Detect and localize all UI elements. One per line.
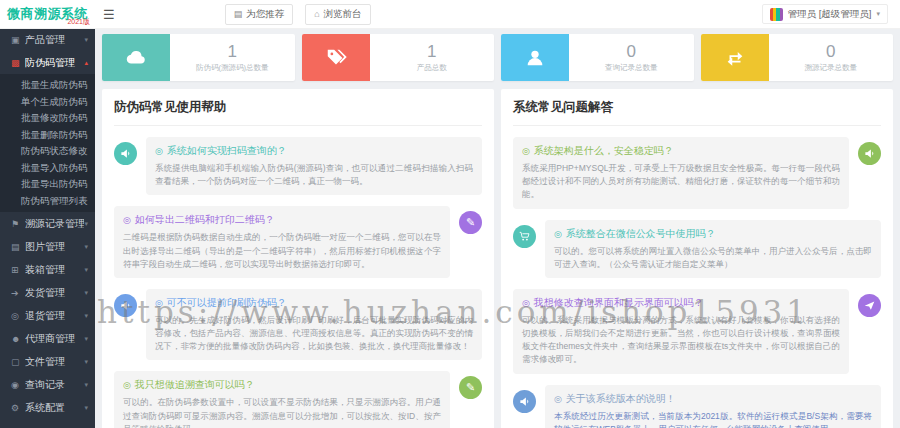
answer-text: 系统采用PHP+MYSQL开发，可承受上千万级数据且安全性极高。每一行每一段代码… <box>522 162 840 202</box>
submenu-item-single-generate[interactable]: 单个生成防伪码 <box>0 94 95 111</box>
qa-box: ◎系统架构是什么，安全稳定吗？ 系统采用PHP+MYSQL开发，可承受上千万级数… <box>513 137 849 209</box>
circle-dot-icon: ◎ <box>522 298 530 308</box>
submenu-item-code-list[interactable]: 防伪码管理列表 <box>0 193 95 210</box>
tags-icon <box>302 34 370 81</box>
answer-text: 系统提供电脑端和手机端输入防伪码(溯源码)查询，也可以通过二维码扫描输入扫码查看… <box>155 162 473 188</box>
stat-label: 产品总数 <box>417 63 447 73</box>
question-text: 关于该系统版本的说明！ <box>566 392 676 406</box>
submenu-item-status-modify[interactable]: 防伪码状态修改 <box>0 143 95 160</box>
top-nav: ▤ 为您推荐 ⌂ 浏览前台 <box>225 4 371 25</box>
chevron-down-icon: ▾ <box>84 381 88 389</box>
qa-item: ✎ ◎我只想做追溯查询可以吗？ 可以的。在防伪码参数设置中，可以设置不显示防伪结… <box>114 371 482 428</box>
query-icon: ◉ <box>11 380 25 390</box>
sidebar-item-return[interactable]: ◎ 退货管理 ▾ <box>0 304 95 327</box>
chevron-down-icon: ▾ <box>84 220 88 228</box>
recommend-label: 为您推荐 <box>246 8 284 21</box>
stat-label: 溯源记录总数量 <box>805 63 858 73</box>
megaphone-icon <box>513 390 536 413</box>
chevron-down-icon: ▾ <box>84 243 88 251</box>
paper-plane-icon <box>858 294 881 317</box>
circle-dot-icon: ◎ <box>554 229 562 239</box>
circle-dot-icon: ◎ <box>155 146 163 156</box>
sidebar-item-packing[interactable]: ⊞ 装箱管理 ▾ <box>0 258 95 281</box>
view-frontend-label: 浏览前台 <box>324 8 362 21</box>
sidebar-item-label: 溯源记录管理 <box>25 217 84 231</box>
sidebar-item-label: 代理商管理 <box>25 332 84 346</box>
chevron-down-icon: ▾ <box>84 404 88 412</box>
hamburger-icon[interactable]: ☰ <box>103 7 115 22</box>
chevron-down-icon: ▾ <box>84 312 88 320</box>
sidebar-item-agent[interactable]: ☻ 代理商管理 ▾ <box>0 327 95 350</box>
cart-icon <box>513 225 536 248</box>
stat-value: 1 <box>228 43 237 60</box>
submenu-item-batch-modify[interactable]: 批量修改防伪码 <box>0 110 95 127</box>
chevron-down-icon: ▾ <box>84 289 88 297</box>
product-icon: ▣ <box>11 35 25 45</box>
view-frontend-button[interactable]: ⌂ 浏览前台 <box>305 4 370 25</box>
qa-box: ◎关于该系统版本的说明！ 本系统经过历次更新测试，当前版本为2021版。软件的运… <box>545 385 881 428</box>
refresh-icon <box>701 34 769 81</box>
qa-item: ◎系统架构是什么，安全稳定吗？ 系统采用PHP+MYSQL开发，可承受上千万级数… <box>513 137 881 209</box>
user-menu[interactable]: 管理员 [超级管理员] ▾ <box>762 4 888 24</box>
circle-dot-icon: ◎ <box>155 298 163 308</box>
answer-text: 可以的。先生成好防伪码，然后设计印刷厂印刷好，后台可批量实现防伪码对应的内容修改… <box>155 314 473 354</box>
qa-box: ◎系统整合在微信公众号中使用吗？ 可以的。您可以将系统的网址置入微信公众号的菜单… <box>545 220 881 278</box>
question-text: 可不可以提前印刷防伪码？ <box>167 296 287 310</box>
question-text: 如何导出二维码和打印二维码？ <box>135 213 275 227</box>
anticode-icon: ▩ <box>11 58 25 68</box>
submenu-item-batch-import[interactable]: 批量导入防伪码 <box>0 160 95 177</box>
image-icon: ▤ <box>11 242 25 252</box>
recommend-button[interactable]: ▤ 为您推荐 <box>225 4 294 25</box>
megaphone-icon <box>858 142 881 165</box>
sidebar-item-label: 退货管理 <box>25 309 84 323</box>
qa-item: ✎ ◎如何导出二维码和打印二维码？ 二维码是根据防伪码数据自动生成的，一个防伪码… <box>114 206 482 278</box>
sidebar-item-image[interactable]: ▤ 图片管理 ▾ <box>0 235 95 258</box>
pencil-icon: ✎ <box>459 211 482 234</box>
home-icon: ⌂ <box>314 9 319 19</box>
circle-dot-icon: ◎ <box>522 146 530 156</box>
main-content: 1 防伪码(溯源码)总数量 1 产品总数 0 查询记录总数量 <box>95 28 900 428</box>
version-badge: 2021版 <box>67 17 90 27</box>
avatar <box>770 8 783 21</box>
sidebar-item-label: 防伪码管理 <box>25 56 84 70</box>
answer-text: 可以的。系统采用数据与模板分离的方式，系统默认有好几套模板，你可以有选择的切换模… <box>522 314 840 367</box>
question-text: 系统整合在微信公众号中使用吗？ <box>566 227 716 241</box>
user-icon <box>501 34 569 81</box>
submenu-item-batch-delete[interactable]: 批量删除防伪码 <box>0 127 95 144</box>
chevron-down-icon: ▾ <box>84 335 88 343</box>
circle-dot-icon: ◎ <box>554 394 562 404</box>
config-icon: ⚙ <box>11 403 25 413</box>
sidebar-item-query[interactable]: ◉ 查询记录 ▾ <box>0 373 95 396</box>
megaphone-icon <box>114 142 137 165</box>
anticode-submenu: 批量生成防伪码 单个生成防伪码 批量修改防伪码 批量删除防伪码 防伪码状态修改 … <box>0 74 95 212</box>
qa-item: ◎系统如何实现扫码查询的？ 系统提供电脑端和手机端输入防伪码(溯源码)查询，也可… <box>114 137 482 195</box>
faq-panel: 系统常见问题解答 ◎系统架构是什么，安全稳定吗？ 系统采用PHP+MYSQL开发… <box>501 89 893 428</box>
stat-card-queries: 0 查询记录总数量 <box>501 34 694 81</box>
sidebar-item-product[interactable]: ▣ 产品管理 ▾ <box>0 28 95 51</box>
panel-title: 系统常见问题解答 <box>513 99 881 126</box>
chevron-up-icon: ▴ <box>84 59 88 67</box>
circle-dot-icon: ◎ <box>123 215 131 225</box>
chevron-down-icon: ▾ <box>84 266 88 274</box>
sidebar-item-shipping[interactable]: ➔ 发货管理 ▾ <box>0 281 95 304</box>
sidebar-item-config[interactable]: ⚙ 系统配置 ▾ <box>0 396 95 419</box>
qa-box: ◎系统如何实现扫码查询的？ 系统提供电脑端和手机端输入防伪码(溯源码)查询，也可… <box>146 137 482 195</box>
submenu-item-batch-export[interactable]: 批量导出防伪码 <box>0 176 95 193</box>
trace-record-icon: ⚑ <box>11 219 25 229</box>
sidebar-item-trace-record[interactable]: ⚑ 溯源记录管理 ▾ <box>0 212 95 235</box>
stat-card-codes: 1 防伪码(溯源码)总数量 <box>102 34 295 81</box>
sidebar-item-anticode[interactable]: ▩ 防伪码管理 ▴ <box>0 51 95 74</box>
qa-item: ◎可不可以提前印刷防伪码？ 可以的。先生成好防伪码，然后设计印刷厂印刷好，后台可… <box>114 289 482 361</box>
submenu-item-batch-generate[interactable]: 批量生成防伪码 <box>0 77 95 94</box>
chevron-down-icon: ▾ <box>84 358 88 366</box>
app-logo[interactable]: 微商溯源系统 2021版 <box>0 0 95 28</box>
qa-box: ◎我只想做追溯查询可以吗？ 可以的。在防伪码参数设置中，可以设置不显示防伪结果，… <box>114 371 450 428</box>
sidebar-item-label: 文件管理 <box>25 355 84 369</box>
qa-item: ◎我想修改查询界面和显示界面可以吗？ 可以的。系统采用数据与模板分离的方式，系统… <box>513 289 881 374</box>
sidebar-item-file[interactable]: ▢ 文件管理 ▾ <box>0 350 95 373</box>
stat-cards: 1 防伪码(溯源码)总数量 1 产品总数 0 查询记录总数量 <box>102 34 893 81</box>
stat-value: 0 <box>826 43 835 60</box>
top-bar: 微商溯源系统 2021版 ☰ ▤ 为您推荐 ⌂ 浏览前台 管理员 [超级管理员]… <box>0 0 900 29</box>
answer-text: 可以的。您可以将系统的网址置入微信公众号的菜单中，用户进入公众号后，点击即可进入… <box>554 245 872 271</box>
question-text: 系统如何实现扫码查询的？ <box>167 144 287 158</box>
